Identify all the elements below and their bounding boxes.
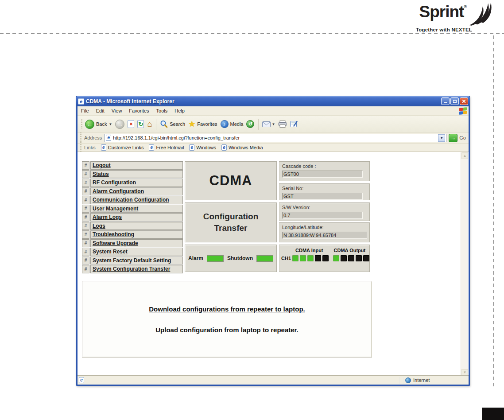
go-label[interactable]: Go — [459, 135, 466, 140]
scroll-down-icon[interactable]: ▼ — [461, 369, 468, 376]
longitude-latitude-input[interactable] — [282, 232, 367, 239]
serial-no-label: Serial No: — [282, 186, 367, 191]
mail-button[interactable]: ▼ — [262, 121, 275, 127]
back-button[interactable]: ← Back ▼ — [85, 120, 112, 129]
mail-icon — [262, 121, 271, 127]
favorites-button[interactable]: ★ Favorites — [188, 120, 217, 128]
brand-tagline: Together with NEXTEL — [416, 27, 472, 32]
browser-window: e CDMA - Microsoft Internet Explorer ✕ F… — [76, 96, 470, 386]
sidebar-item-logout[interactable]: # Logout — [82, 161, 183, 170]
edit-button[interactable] — [290, 121, 298, 128]
addressbar-grip — [80, 132, 81, 143]
sidebar-item-rf-configuration[interactable]: # RF Configuration — [82, 179, 183, 187]
go-button[interactable]: → — [449, 134, 457, 142]
back-dropdown-icon[interactable]: ▼ — [109, 122, 112, 126]
sidebar-item-system-configuration-transfer[interactable]: # System Configuration Transfer — [82, 265, 183, 273]
sidebar-menu: # Logout # Status # RF Configuration # A… — [82, 161, 183, 274]
sidebar-item-status[interactable]: # Status — [82, 170, 183, 179]
favorites-star-icon: ★ — [188, 120, 195, 128]
address-bar: Address e http://192.168.1.1/cgi-bin/htm… — [78, 132, 469, 144]
cdma-input-leds — [292, 255, 329, 261]
menu-tools[interactable]: Tools — [156, 108, 168, 113]
cascade-code-cell: Cascade code : — [279, 161, 370, 181]
internet-zone-label: Internet — [413, 377, 430, 383]
download-config-link[interactable]: Download configurations from repeater to… — [149, 305, 305, 313]
sidebar-item-system-factory-default-setting[interactable]: # System Factory Default Setting — [82, 257, 183, 265]
restore-button[interactable] — [450, 97, 459, 105]
alarm-status-cell: Alarm Shutdown — [185, 245, 277, 272]
menu-file[interactable]: File — [81, 108, 89, 113]
serial-no-input[interactable] — [282, 193, 363, 200]
close-button[interactable]: ✕ — [460, 97, 468, 105]
mail-dropdown-icon[interactable]: ▼ — [271, 122, 275, 126]
page-title: CDMA — [209, 173, 252, 189]
ie-doc-icon: e — [221, 144, 227, 151]
minimize-button[interactable] — [441, 97, 450, 105]
history-icon: ↺ — [246, 120, 254, 128]
sprint-logo: Sprint ® Together with NEXTEL — [416, 4, 492, 32]
transfer-links-panel: Download configurations from repeater to… — [82, 281, 372, 358]
stop-button[interactable]: × — [128, 120, 134, 128]
toolbar: ← Back ▼ → × ↻ ⌂ Search — [78, 116, 469, 132]
link-windows-media[interactable]: e Windows Media — [221, 144, 263, 151]
channel-led-cell: CDMA Input CDMA Output CH1 — [279, 245, 370, 272]
longitude-latitude-label: Longitude/Latitude: — [282, 225, 367, 230]
sidebar-item-software-upgrade[interactable]: # Software Upgrade — [82, 239, 183, 248]
page-subtitle: Configuration Transfer — [203, 211, 259, 233]
sidebar-item-communication-configuration[interactable]: # Communication Configuration — [82, 196, 183, 204]
menu-favorites[interactable]: Favorites — [129, 108, 149, 113]
configuration-transfer-cell: Configuration Transfer — [185, 202, 277, 242]
address-input[interactable]: e http://192.168.1.1/cgi-bin/html.cgi?fu… — [105, 134, 446, 142]
cascade-code-label: Cascade code : — [282, 163, 367, 169]
cascade-code-input[interactable] — [282, 171, 363, 178]
sidebar-item-alarm-configuration[interactable]: # Alarm Configuration — [82, 187, 183, 196]
upload-config-link[interactable]: Upload configuration from laptop to repe… — [155, 326, 299, 334]
stop-icon: × — [128, 120, 134, 128]
menu-view[interactable]: View — [112, 108, 122, 113]
sidebar-item-system-reset[interactable]: # System Reset — [82, 248, 183, 256]
print-button[interactable] — [278, 121, 287, 128]
sidebar-item-user-management[interactable]: # User Management — [82, 205, 183, 213]
menu-help[interactable]: Help — [174, 108, 185, 113]
ie-doc-icon: e — [149, 144, 154, 151]
ie-doc-icon: e — [189, 144, 194, 151]
shutdown-label: Shutdown — [227, 255, 253, 261]
sidebar-item-alarm-logs[interactable]: # Alarm Logs — [82, 213, 183, 222]
scroll-up-icon[interactable]: ▲ — [461, 152, 468, 159]
menu-edit[interactable]: Edit — [96, 108, 105, 113]
home-button[interactable]: ⌂ — [147, 120, 152, 128]
dashed-divider-horizontal — [0, 33, 504, 34]
shutdown-indicator — [256, 255, 273, 262]
alarm-label: Alarm — [188, 255, 203, 261]
toolbar-separator — [156, 119, 156, 130]
serial-no-cell: Serial No: — [279, 183, 370, 200]
back-icon: ← — [85, 120, 94, 129]
media-button[interactable]: ♪ Media — [221, 120, 244, 128]
link-free-hotmail[interactable]: e Free Hotmail — [149, 144, 184, 151]
status-bar: e Internet — [78, 375, 469, 385]
sidebar-item-troubleshooting[interactable]: # Troubleshooting — [82, 230, 183, 239]
history-button[interactable]: ↺ — [246, 120, 254, 128]
sw-version-label: S/W Version: — [282, 205, 367, 210]
document-page: Sprint ® Together with NEXTEL e CDMA - M… — [0, 0, 504, 420]
channel-label: CH1 — [281, 256, 291, 261]
address-label: Address — [84, 135, 102, 140]
ie-page-icon: e — [78, 98, 84, 105]
cdma-input-header: CDMA Input — [295, 248, 323, 253]
link-windows[interactable]: e Windows — [189, 144, 216, 151]
cdma-header-cell: CDMA — [185, 161, 277, 200]
links-label: Links — [84, 145, 96, 150]
address-dropdown-icon[interactable]: ▼ — [438, 134, 445, 142]
search-icon — [160, 120, 168, 128]
search-button[interactable]: Search — [160, 120, 185, 128]
title-bar[interactable]: e CDMA - Microsoft Internet Explorer ✕ — [76, 96, 470, 106]
sw-version-cell: S/W Version: — [279, 202, 370, 221]
cdma-output-header: CDMA Output — [334, 248, 366, 253]
sw-version-input[interactable] — [282, 212, 363, 219]
vertical-scrollbar[interactable]: ▲ ▼ — [461, 152, 468, 376]
link-customize-links[interactable]: e Customize Links — [101, 144, 144, 151]
sprint-wordmark: Sprint — [419, 4, 464, 20]
refresh-button[interactable]: ↻ — [137, 120, 144, 128]
forward-button[interactable]: → — [115, 120, 124, 129]
sidebar-item-logs[interactable]: # Logs — [82, 222, 183, 230]
